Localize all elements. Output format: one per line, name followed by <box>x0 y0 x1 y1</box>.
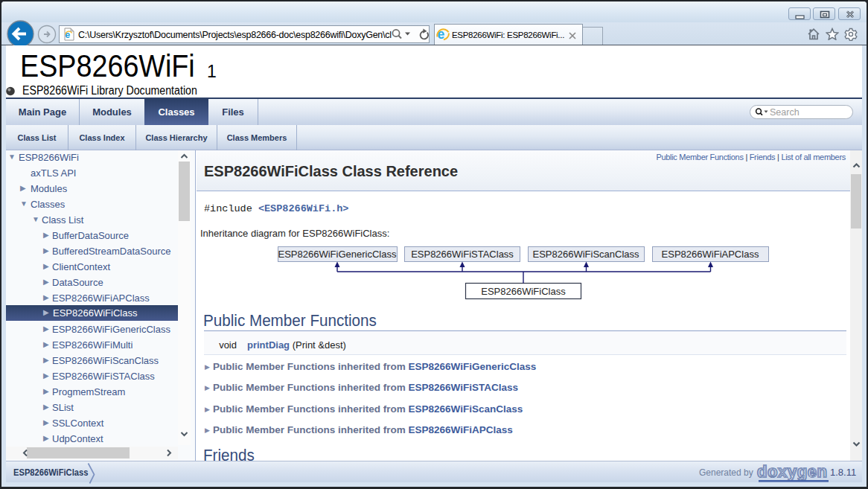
svg-text:ESP8266WiFiClass: ESP8266WiFiClass <box>481 286 566 297</box>
svg-text:ESP8266WiFiGenericClass: ESP8266WiFiGenericClass <box>278 249 397 260</box>
svg-text:ESP8266WiFiAPClass: ESP8266WiFiAPClass <box>662 249 759 260</box>
svg-text:doxygen: doxygen <box>757 463 828 481</box>
svg-text:ESP8266WiFiSTAClass: ESP8266WiFiSTAClass <box>411 249 514 260</box>
svg-text:ESP8266WiFiScanClass: ESP8266WiFiScanClass <box>532 249 639 260</box>
